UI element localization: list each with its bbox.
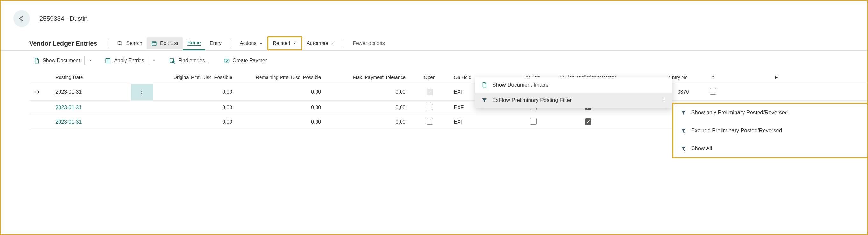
menu-show-document-image[interactable]: Show Document Image <box>475 77 673 93</box>
apply-entries-split[interactable] <box>149 56 159 65</box>
cell-open[interactable] <box>411 114 449 129</box>
table-row[interactable]: 2023-01-310,000,000,00EXF3370 <box>29 84 867 101</box>
chevron-down-icon <box>88 59 92 62</box>
menu-show-only-label: Show only Preliminary Posted/Reversed <box>691 109 788 116</box>
find-entries-label: Find entries... <box>178 58 209 63</box>
chevron-right-icon <box>662 98 666 102</box>
back-arrow-icon <box>18 15 26 22</box>
col-row-menu <box>131 71 153 84</box>
cell-orig[interactable]: 0,00 <box>153 100 238 114</box>
chevron-down-icon <box>259 42 263 45</box>
filter-clear-icon <box>680 146 687 151</box>
cell-tol[interactable]: 0,00 <box>326 114 411 129</box>
apply-entries-button[interactable]: Apply Entries <box>101 55 148 66</box>
col-selector <box>29 71 50 84</box>
automate-label: Automate <box>307 41 328 46</box>
col-open[interactable]: Open <box>411 71 449 84</box>
checkbox[interactable] <box>427 104 433 110</box>
back-button[interactable] <box>13 10 30 27</box>
actions-label: Actions <box>240 41 256 46</box>
menu-exclude-preliminary[interactable]: Exclude Preliminary Posted/Reversed <box>674 122 868 139</box>
exflow-filter-submenu: Show only Preliminary Posted/Reversed Ex… <box>673 103 868 158</box>
menu-exclude-label: Exclude Preliminary Posted/Reversed <box>691 127 782 134</box>
cell-exflow-posted[interactable] <box>554 114 622 129</box>
cell-posting-date[interactable]: 2023-01-31 <box>50 84 130 101</box>
tab-home-label: Home <box>187 40 201 46</box>
col-blank <box>783 71 867 84</box>
search-button[interactable]: Search <box>113 37 147 50</box>
cell-rem[interactable]: 0,00 <box>237 114 326 129</box>
col-max-tol[interactable]: Max. Payment Tolerance <box>326 71 411 84</box>
checkbox[interactable] <box>585 119 591 125</box>
apply-entries-icon <box>105 58 111 63</box>
svg-rect-1 <box>152 42 156 45</box>
menu-show-only-preliminary[interactable]: Show only Preliminary Posted/Reversed <box>674 104 868 122</box>
menu-show-all-label: Show All <box>691 145 712 152</box>
svg-point-0 <box>118 41 122 45</box>
automate-menu[interactable]: Automate <box>302 37 339 50</box>
find-entries-icon <box>169 58 175 63</box>
create-payment-button[interactable]: Create Paymer <box>219 55 272 66</box>
cell-on-hold[interactable]: EXF <box>448 114 512 129</box>
edit-list-button[interactable]: Edit List <box>147 37 183 50</box>
row-menu-button[interactable] <box>131 84 153 101</box>
cell-has-attachment[interactable] <box>512 114 554 129</box>
vertical-dots-icon <box>138 89 145 97</box>
tab-home[interactable]: Home <box>183 37 206 50</box>
cell-tol[interactable]: 0,00 <box>326 84 411 101</box>
chevron-down-icon <box>293 42 297 45</box>
search-icon <box>117 41 123 46</box>
cell-orig[interactable]: 0,00 <box>153 114 238 129</box>
separator <box>108 39 108 48</box>
related-label: Related <box>273 41 290 46</box>
cell-orig[interactable]: 0,00 <box>153 84 238 101</box>
cell-open[interactable] <box>411 84 449 101</box>
checkbox[interactable] <box>710 88 716 95</box>
row-menu-button[interactable] <box>131 100 153 114</box>
row-menu-button[interactable] <box>131 114 153 129</box>
create-payment-label: Create Paymer <box>233 58 267 63</box>
col-extra2[interactable]: F <box>732 71 783 84</box>
menu-show-document-image-label: Show Document Image <box>492 82 549 88</box>
related-menu[interactable]: Related <box>268 36 302 50</box>
col-orig-pmt[interactable]: Original Pmt. Disc. Possible <box>153 71 238 84</box>
cell-rem[interactable]: 0,00 <box>237 100 326 114</box>
row-selector[interactable] <box>29 84 50 101</box>
svg-point-6 <box>226 60 227 62</box>
col-posting-date[interactable]: Posting Date <box>50 71 130 84</box>
document-image-icon <box>482 82 488 88</box>
chevron-down-icon <box>152 59 156 62</box>
row-selector[interactable] <box>29 114 50 129</box>
menu-show-all[interactable]: Show All <box>674 139 868 157</box>
menu-exflow-filter[interactable]: ExFlow Preliminary Posting Filter <box>475 93 673 108</box>
checkbox[interactable] <box>530 118 536 125</box>
cell-posting-date[interactable]: 2023-01-31 <box>50 100 130 114</box>
separator <box>230 39 231 48</box>
cell-empty <box>732 84 783 101</box>
checkbox[interactable] <box>427 118 433 125</box>
related-dropdown: Show Document Image ExFlow Preliminary P… <box>475 77 673 108</box>
edit-list-label: Edit List <box>160 41 178 46</box>
cell-open[interactable] <box>411 100 449 114</box>
show-document-split[interactable] <box>84 56 95 65</box>
menu-exflow-filter-label: ExFlow Preliminary Posting Filter <box>492 97 571 103</box>
show-document-label: Show Document <box>43 58 80 63</box>
show-document-button[interactable]: Show Document <box>29 55 84 66</box>
actions-menu[interactable]: Actions <box>235 37 267 50</box>
edit-list-icon <box>151 41 157 46</box>
search-label: Search <box>126 41 142 46</box>
cell-rem[interactable]: 0,00 <box>237 84 326 101</box>
find-entries-button[interactable]: Find entries... <box>165 55 214 66</box>
row-selector[interactable] <box>29 100 50 114</box>
cell-posting-date[interactable]: 2023-01-31 <box>50 114 130 129</box>
cell-tol[interactable]: 0,00 <box>326 100 411 114</box>
fewer-options-button[interactable]: Fewer options <box>348 37 390 50</box>
list-title: Vendor Ledger Entries <box>29 40 97 47</box>
current-row-arrow-icon <box>34 89 45 95</box>
cell-extra-checkbox[interactable] <box>694 84 732 101</box>
tab-entry[interactable]: Entry <box>206 37 226 50</box>
tab-entry-label: Entry <box>210 41 222 46</box>
svg-rect-5 <box>224 59 229 62</box>
col-extra1[interactable]: t <box>694 71 732 84</box>
col-rem-pmt[interactable]: Remaining Pmt. Disc. Possible <box>237 71 326 84</box>
